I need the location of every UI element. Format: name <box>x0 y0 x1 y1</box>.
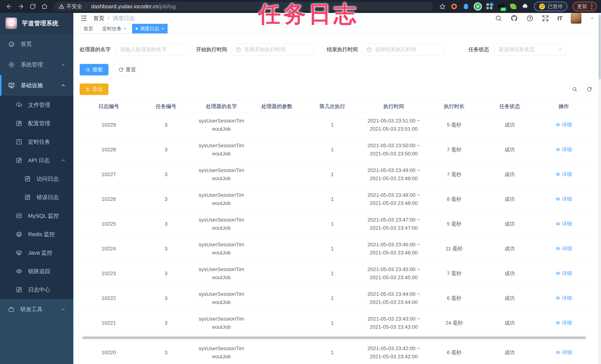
cell-log-id: 10222 <box>80 286 138 311</box>
sidebar-item-infrastructure[interactable]: 基础设施 <box>0 75 73 96</box>
app-logo-row[interactable]: 芋道管理系统 <box>0 13 73 34</box>
extensions-puzzle-icon[interactable] <box>521 3 529 10</box>
cell-job-id: 3 <box>138 340 194 364</box>
job-status-select[interactable] <box>494 44 566 55</box>
extension-icon-drop[interactable] <box>462 3 470 10</box>
cell-actions: 详细 <box>539 261 589 286</box>
search-button[interactable]: 搜索 <box>80 64 109 75</box>
export-button[interactable]: 导出 <box>80 83 109 95</box>
detail-link[interactable]: 详细 <box>556 221 572 227</box>
detail-link[interactable]: 详细 <box>556 270 572 277</box>
sidebar-item-mysql-monitor[interactable]: MySQL 监控 <box>0 207 73 225</box>
address-bar[interactable]: 不安全 dashboard.yudao.iocoder.cn/job/log <box>54 2 433 11</box>
chevron-up-icon <box>61 158 66 163</box>
horizontal-scrollbar[interactable] <box>80 335 589 340</box>
github-icon[interactable] <box>511 15 518 22</box>
detail-link[interactable]: 详细 <box>556 146 572 153</box>
cell-actions: 详细 <box>539 137 589 162</box>
chart-monitor-icon <box>16 213 22 219</box>
eye-icon <box>556 197 560 202</box>
reset-button[interactable]: 重置 <box>113 64 142 75</box>
cell-execute-time: 2021-05-03 23:47:00 ~2021-05-03 23:47:00 <box>360 212 428 236</box>
security-chip[interactable]: 不安全 <box>59 3 82 10</box>
user-avatar[interactable] <box>571 13 581 24</box>
detail-link[interactable]: 详细 <box>556 295 572 301</box>
refresh-table-button[interactable] <box>584 84 595 95</box>
help-icon[interactable] <box>526 15 533 22</box>
close-icon[interactable]: × <box>161 26 164 31</box>
fullscreen-icon[interactable] <box>542 15 549 22</box>
extension-icon-v[interactable]: V <box>474 3 481 10</box>
sidebar-item-log-center[interactable]: 日志中心 <box>0 281 73 299</box>
extensions-cluster: V on <box>451 3 529 10</box>
eye-icon <box>556 350 560 355</box>
cell-actions: 详细 <box>539 340 589 364</box>
cell-handler-param <box>249 137 305 162</box>
sidebar-item-access-log[interactable]: 访问日志 <box>0 170 73 188</box>
profile-paused-pill[interactable]: 已暂停 <box>534 2 567 11</box>
cell-log-id: 10224 <box>80 236 138 261</box>
tab-job-log[interactable]: 调度日志 × <box>132 24 168 33</box>
detail-link[interactable]: 详细 <box>556 121 572 128</box>
extension-icon-ring[interactable] <box>451 3 458 10</box>
sidebar-item-redis-monitor[interactable]: Redis 监控 <box>0 225 73 243</box>
sidebar-item-scheduled-jobs[interactable]: 定时任务 <box>0 133 73 151</box>
handler-name-input-wrap <box>115 44 184 55</box>
end-time-input[interactable] <box>363 44 444 55</box>
cell-handler-param <box>249 261 305 286</box>
col-duration: 执行时长 <box>428 100 481 112</box>
detail-link[interactable]: 详细 <box>556 171 572 178</box>
chevron-down-icon <box>61 62 66 67</box>
cell-job-id: 3 <box>138 261 194 286</box>
sidebar-item-system[interactable]: 系统管理 <box>0 54 73 75</box>
detail-link[interactable]: 详细 <box>556 196 572 202</box>
font-size-icon[interactable]: tT <box>557 15 562 22</box>
table-toolbar: 导出 <box>80 83 595 95</box>
search-icon[interactable] <box>495 15 502 22</box>
sidebar-item-java-monitor[interactable]: Java 监控 <box>0 243 73 262</box>
sidebar-fold-icon[interactable] <box>80 14 88 22</box>
horizontal-scrollbar-thumb[interactable] <box>82 336 586 339</box>
omnibox-divider <box>86 4 87 9</box>
breadcrumb-current: 调度日志 <box>112 15 135 22</box>
extension-icon-leaf[interactable] <box>510 3 517 10</box>
sidebar-item-home[interactable]: 首页 <box>0 34 73 54</box>
close-icon[interactable]: × <box>124 26 126 31</box>
window-scrollbar-thumb[interactable] <box>599 15 601 80</box>
detail-link[interactable]: 详细 <box>556 349 572 356</box>
browser-menu-kebab-icon[interactable] <box>591 4 592 9</box>
url-text: dashboard.yudao.iocoder.cn/job/log <box>91 3 176 10</box>
sidebar-item-tracing[interactable]: 链路追踪 <box>0 262 73 281</box>
tab-scheduled-jobs[interactable]: 定时任务 × <box>99 24 130 33</box>
cell-execute-index: 1 <box>305 286 360 311</box>
window-scrollbar[interactable] <box>598 13 601 364</box>
cell-handler-param <box>249 212 305 236</box>
start-time-picker-wrap <box>232 44 313 55</box>
sidebar-item-dev-tools[interactable]: 研发工具 <box>0 299 73 320</box>
cell-handler-name: sysUserSessionTimeoutJob <box>194 340 249 364</box>
sidebar-item-config-manage[interactable]: 配置管理 <box>0 114 73 133</box>
detail-link[interactable]: 详细 <box>556 245 572 252</box>
cell-handler-name: sysUserSessionTimeoutJob <box>194 112 249 137</box>
start-time-input[interactable] <box>232 44 313 55</box>
extension-icon-on-badge[interactable]: on <box>498 3 505 10</box>
cell-execute-time: 2021-05-03 23:46:00 ~2021-05-03 23:46:00 <box>360 236 428 261</box>
handler-name-input[interactable] <box>115 44 184 55</box>
cell-log-id: 10229 <box>80 112 138 137</box>
bookmark-star-icon[interactable] <box>438 1 448 11</box>
detail-link[interactable]: 详细 <box>556 319 572 326</box>
toggle-search-button[interactable] <box>569 84 580 95</box>
extension-icon-grid[interactable] <box>486 3 493 10</box>
browser-home-icon[interactable] <box>40 1 50 11</box>
browser-back-icon[interactable] <box>4 1 14 11</box>
browser-forward-icon[interactable] <box>16 1 26 11</box>
breadcrumb-home[interactable]: 首页 <box>93 15 104 22</box>
sidebar-item-api-log[interactable]: API 日志 <box>0 151 73 170</box>
browser-update-pill[interactable]: 更新 <box>572 2 597 11</box>
avatar-caret-icon[interactable] <box>590 16 594 20</box>
sidebar-item-error-log[interactable]: 错误日志 <box>0 188 73 207</box>
tab-home[interactable]: 首页 <box>80 24 97 33</box>
cell-status: 成功 <box>481 187 539 212</box>
browser-reload-icon[interactable] <box>28 1 38 11</box>
sidebar-item-file-manage[interactable]: 文件管理 <box>0 96 73 114</box>
